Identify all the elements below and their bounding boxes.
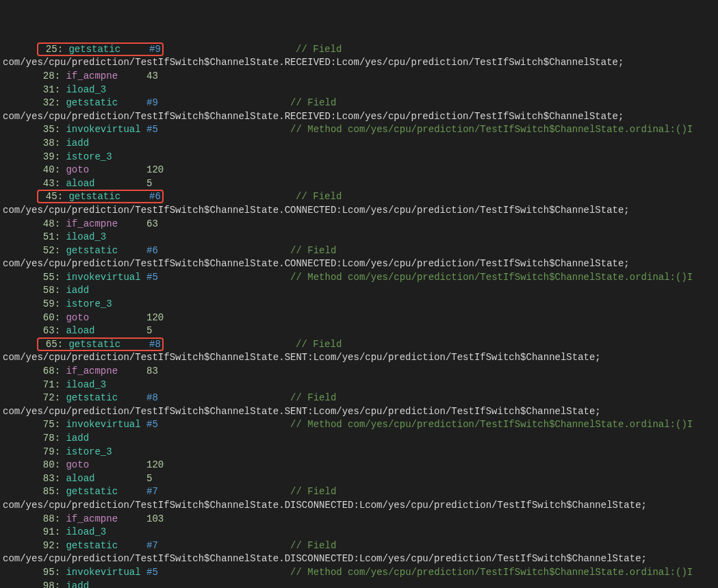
continuation-line: com/yes/cpu/prediction/TestIfSwitch$Chan… (3, 110, 715, 124)
code-line: 92: getstatic #7 // Field (3, 539, 715, 553)
code-line: 59: istore_3 (3, 298, 715, 311)
code-line: 79: istore_3 (3, 446, 715, 459)
offset: 75: (37, 419, 60, 430)
operand: #8 (146, 392, 158, 403)
comment: // Field (290, 392, 336, 403)
opcode: invokevirtual (66, 124, 140, 135)
code-line: 60: goto 120 (3, 311, 715, 325)
code-line: 32: getstatic #9 // Field (3, 97, 715, 110)
code-line: 31: iload_3 (3, 84, 715, 97)
offset: 95: (37, 567, 60, 578)
offset: 91: (37, 526, 60, 537)
comment: // Field (290, 540, 336, 551)
continuation-line: com/yes/cpu/prediction/TestIfSwitch$Chan… (3, 204, 715, 218)
opcode: if_acmpne (66, 218, 140, 229)
operand: 83 (146, 366, 158, 376)
code-line: 85: getstatic #7 // Field (3, 485, 715, 499)
continuation-line: com/yes/cpu/prediction/TestIfSwitch$Chan… (3, 405, 715, 419)
operand: 120 (146, 312, 164, 323)
opcode: getstatic (66, 245, 140, 256)
operand: #9 (146, 97, 158, 108)
bytecode-listing: 25: getstatic #9 // Fieldcom/yes/cpu/pre… (3, 43, 715, 588)
comment: // Field (296, 44, 342, 55)
offset: 98: (37, 580, 60, 588)
operand: #5 (146, 567, 158, 578)
offset: 92: (37, 540, 60, 551)
continuation-line: com/yes/cpu/prediction/TestIfSwitch$Chan… (3, 257, 715, 271)
opcode: iload_3 (66, 526, 140, 537)
code-line: 75: invokevirtual #5 // Method com/yes/c… (3, 418, 715, 432)
operand: #7 (146, 486, 158, 497)
offset: 65: (40, 339, 63, 350)
opcode: getstatic (66, 97, 140, 108)
code-line: 39: istore_3 (3, 151, 715, 164)
code-line: 51: iload_3 (3, 231, 715, 244)
offset: 71: (37, 379, 60, 390)
opcode: aload (66, 178, 140, 189)
code-line: 98: iadd (3, 580, 715, 588)
offset: 63: (37, 325, 60, 336)
opcode: if_acmpne (66, 71, 140, 81)
offset: 39: (37, 151, 60, 162)
code-line: 38: iadd (3, 137, 715, 151)
opcode: istore_3 (66, 446, 140, 457)
operand: #6 (149, 191, 161, 202)
offset: 31: (37, 84, 60, 95)
code-line: 83: aload 5 (3, 472, 715, 486)
opcode: iload_3 (66, 379, 140, 390)
comment: // Method com/yes/cpu/prediction/TestIfS… (290, 124, 693, 135)
code-line: 78: iadd (3, 432, 715, 446)
highlight-box: 45: getstatic #6 (37, 190, 163, 203)
offset: 35: (37, 124, 60, 135)
code-line: 63: aload 5 (3, 324, 715, 338)
operand: 5 (146, 178, 152, 189)
code-line: 91: iload_3 (3, 526, 715, 539)
opcode: iadd (66, 580, 140, 588)
opcode: istore_3 (66, 298, 140, 309)
comment: // Field (296, 191, 342, 202)
opcode: invokevirtual (66, 419, 140, 430)
code-line: 45: getstatic #6 // Field (3, 190, 715, 204)
operand: #8 (149, 339, 161, 350)
offset: 40: (37, 164, 60, 175)
code-line: 25: getstatic #9 // Field (3, 43, 715, 57)
opcode: aload (66, 473, 140, 484)
operand: 43 (146, 71, 158, 81)
offset: 58: (37, 285, 60, 296)
opcode: iload_3 (66, 231, 140, 242)
opcode: getstatic (66, 486, 140, 497)
opcode: iadd (66, 285, 140, 296)
offset: 32: (37, 97, 60, 108)
code-line: 35: invokevirtual #5 // Method com/yes/c… (3, 123, 715, 137)
offset: 38: (37, 138, 60, 149)
code-line: 28: if_acmpne 43 (3, 70, 715, 84)
offset: 59: (37, 298, 60, 309)
comment: // Field (290, 97, 336, 108)
offset: 51: (37, 231, 60, 242)
highlight-box: 25: getstatic #9 (37, 42, 163, 56)
offset: 28: (37, 71, 60, 81)
code-line: 43: aload 5 (3, 177, 715, 191)
opcode: iload_3 (66, 84, 140, 95)
offset: 48: (37, 218, 60, 229)
opcode: getstatic (68, 339, 143, 350)
operand: #9 (149, 44, 161, 55)
operand: 120 (146, 459, 164, 470)
comment: // Method com/yes/cpu/prediction/TestIfS… (290, 567, 693, 578)
operand: #5 (146, 419, 158, 430)
continuation-line: com/yes/cpu/prediction/TestIfSwitch$Chan… (3, 56, 715, 70)
code-line: 88: if_acmpne 103 (3, 513, 715, 526)
highlight-box: 65: getstatic #8 (37, 337, 163, 351)
offset: 80: (37, 459, 60, 470)
operand: 5 (146, 473, 152, 484)
operand: 63 (146, 218, 158, 229)
code-line: 52: getstatic #6 // Field (3, 244, 715, 258)
opcode: iadd (66, 138, 140, 149)
opcode: if_acmpne (66, 366, 140, 376)
code-line: 48: if_acmpne 63 (3, 218, 715, 231)
opcode: aload (66, 325, 140, 336)
code-line: 95: invokevirtual #5 // Method com/yes/c… (3, 566, 715, 580)
comment: // Field (296, 339, 342, 350)
opcode: invokevirtual (66, 272, 140, 283)
continuation-line: com/yes/cpu/prediction/TestIfSwitch$Chan… (3, 552, 715, 566)
